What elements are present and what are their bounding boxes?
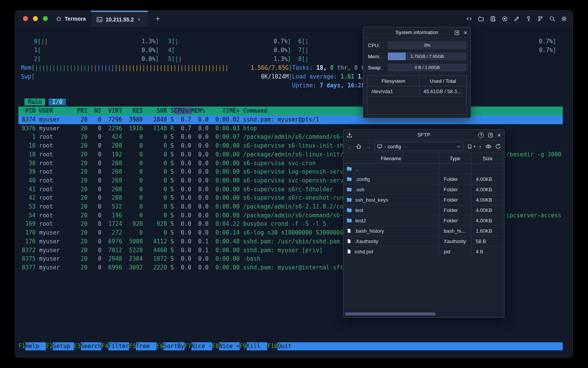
used-total-col-header[interactable]: Used / Total xyxy=(420,76,466,86)
file-row[interactable]: ssh_host_keysFolder4.00KB xyxy=(343,195,504,205)
close-icon[interactable]: × xyxy=(497,132,501,138)
file-row[interactable]: .configFolder4.00KB xyxy=(343,174,504,184)
fkey-label[interactable]: Quit xyxy=(278,342,298,350)
fkey-f4[interactable]: F4 xyxy=(101,342,108,350)
settings-icon[interactable] xyxy=(561,16,567,22)
bookmark-icon[interactable] xyxy=(467,144,472,150)
filesystem-col-header[interactable]: Filesystem xyxy=(368,76,420,86)
fkey-label[interactable]: Help xyxy=(25,342,46,350)
filesystem-row[interactable]: /dev/vda145.61GB / 58.3... xyxy=(368,86,466,97)
file-row[interactable]: .bash_historybash_hi...1.60KB xyxy=(343,226,504,236)
size-col-header[interactable]: Size xyxy=(471,153,504,163)
fkey-label[interactable]: Search xyxy=(81,342,101,350)
fkey-label[interactable]: SortBy xyxy=(163,342,184,350)
fkey-label[interactable]: Filter xyxy=(108,342,129,350)
folder-icon[interactable] xyxy=(478,16,484,22)
file-row[interactable]: .XauthorityXauthority58 B xyxy=(343,236,504,246)
tab-close-icon[interactable]: × xyxy=(137,16,140,23)
close-window-button[interactable] xyxy=(23,16,28,21)
fkey-f9[interactable]: F9 xyxy=(240,342,247,350)
upload-icon[interactable]: ↑ xyxy=(479,143,482,150)
col-header-res[interactable]: RES xyxy=(122,107,143,114)
col-header-virt[interactable]: VIRT xyxy=(101,107,122,114)
file-name: sshd.pid xyxy=(354,249,373,255)
cpu-meter[interactable]: 1[0.0%] xyxy=(22,46,159,55)
new-tab-button[interactable]: + xyxy=(150,11,165,27)
close-icon[interactable]: × xyxy=(464,30,467,36)
col-header-cpu[interactable]: CPU%▽ xyxy=(174,107,191,114)
cpu-meter[interactable]: 5[||1.3%] xyxy=(156,55,291,64)
fkey-f2[interactable]: F2 xyxy=(46,342,53,350)
cpu-meter-value: 0.0% xyxy=(142,55,155,64)
col-header-shr[interactable]: SHR xyxy=(143,107,167,114)
file-row[interactable]: .. xyxy=(343,164,504,174)
col-header-mem[interactable]: MEM% xyxy=(191,107,209,114)
fkey-f3[interactable]: F3 xyxy=(74,342,81,350)
process-row[interactable]: 8374 myuser 20 0 7296 3980 2840 S 0.7 0.… xyxy=(18,115,563,124)
fkey-f10[interactable]: F10 xyxy=(267,342,278,350)
swap-meter[interactable]: Swp[0K/1024M] xyxy=(21,72,292,81)
record-icon[interactable] xyxy=(501,16,508,22)
path-combobox[interactable]: › config xyxy=(374,142,464,151)
file-row[interactable]: sshd.pidpid4 B xyxy=(343,246,504,257)
cpu-meter[interactable]: 2[0.0%] xyxy=(22,55,159,64)
file-name-cell: test2 xyxy=(343,215,439,225)
show-hidden-eye-icon[interactable] xyxy=(485,143,492,150)
chevron-down-icon[interactable] xyxy=(456,144,461,149)
col-header-s[interactable]: S xyxy=(167,107,174,114)
forward-icon[interactable]: → xyxy=(365,143,371,150)
fkey-label[interactable]: Nice + xyxy=(219,342,240,350)
file-row[interactable]: testFolder4.00KB xyxy=(343,205,504,215)
col-header-pid[interactable]: PID xyxy=(18,107,36,114)
cpu-meter[interactable]: 0[||1.3%] xyxy=(22,37,159,46)
fkey-f5[interactable]: F5 xyxy=(129,342,136,350)
col-header-user[interactable]: USER xyxy=(39,107,74,114)
fkey-f8[interactable]: F8 xyxy=(212,342,219,350)
zoom-window-button[interactable] xyxy=(43,16,48,21)
edit-icon[interactable] xyxy=(513,16,520,22)
help-icon[interactable]: ? xyxy=(478,132,484,138)
memory-meter[interactable]: Mem[||||||||||||||||||||||||||||||||||||… xyxy=(21,64,292,72)
file-row[interactable]: test2Folder4.00KB xyxy=(343,215,504,226)
scrollbar-thumb[interactable] xyxy=(345,312,436,315)
tab-main[interactable]: Main xyxy=(24,99,45,105)
fkey-f7[interactable]: F7 xyxy=(185,342,191,350)
home-icon[interactable] xyxy=(356,143,362,150)
tab-termora[interactable]: Termora xyxy=(51,11,91,27)
filename-col-header[interactable]: Filename xyxy=(343,153,439,163)
bookmark-caret-icon[interactable]: ▾ xyxy=(474,145,475,148)
fkey-f6[interactable]: F6 xyxy=(157,342,163,350)
col-header-cmd[interactable]: Command xyxy=(240,107,267,114)
file-row[interactable]: .sshFolder4.00KB xyxy=(343,184,504,195)
download-icon[interactable] xyxy=(346,132,353,138)
open-in-window-icon[interactable] xyxy=(488,132,493,138)
back-icon[interactable]: ← xyxy=(346,143,352,150)
fkey-label[interactable]: Kill xyxy=(247,342,267,350)
branch-icon[interactable] xyxy=(537,16,544,22)
load-average-text: Load average: 1.61 1.41 xyxy=(292,72,372,81)
folder-icon xyxy=(346,187,352,192)
tab-host[interactable]: 10.211.55.2 × xyxy=(91,11,148,27)
col-header-pri[interactable]: PRI xyxy=(74,107,88,114)
cpu-meter[interactable]: 3[|0.7%] xyxy=(156,37,291,46)
meter-bar: | xyxy=(44,37,48,46)
fkey-label[interactable]: Setup xyxy=(53,342,74,350)
type-col-header[interactable]: Type xyxy=(439,153,471,163)
fkey-label[interactable]: Tree xyxy=(136,342,157,350)
code-icon[interactable] xyxy=(466,16,472,22)
fkey-label[interactable]: Nice - xyxy=(191,342,212,350)
file-size-cell: 4.00KB xyxy=(471,195,504,205)
col-header-time[interactable]: TIME+ xyxy=(209,107,240,114)
fkey-f1[interactable]: F1 xyxy=(18,342,25,350)
refresh-icon[interactable] xyxy=(495,143,501,150)
memory-meter-label: Mem xyxy=(21,64,31,72)
log-icon[interactable] xyxy=(490,16,496,22)
open-in-window-icon[interactable] xyxy=(454,30,460,36)
minimize-window-button[interactable] xyxy=(33,16,38,21)
horizontal-scrollbar[interactable] xyxy=(344,312,503,316)
tab-io[interactable]: I/O xyxy=(49,99,66,105)
search-icon[interactable] xyxy=(549,16,555,22)
col-header-ni[interactable]: NI xyxy=(88,107,101,114)
key-icon[interactable] xyxy=(525,16,532,22)
cpu-meter[interactable]: 4[0.0%] xyxy=(156,46,291,55)
